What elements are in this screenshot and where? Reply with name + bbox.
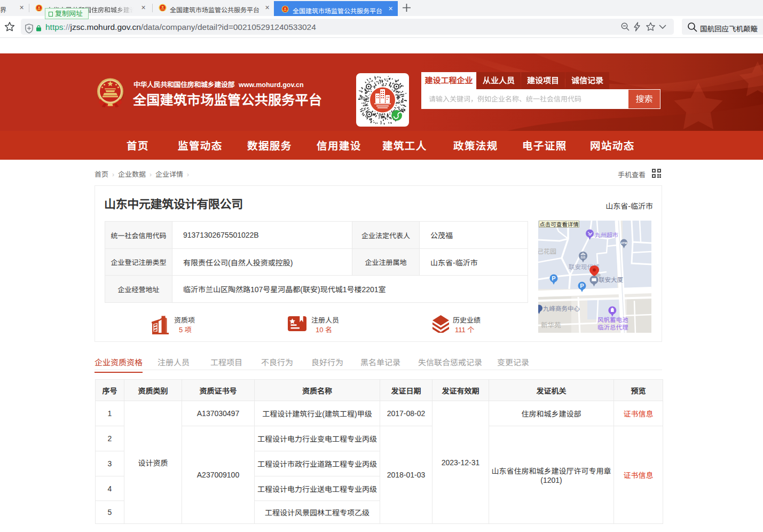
- svg-text:新华苑: 新华苑: [541, 322, 561, 329]
- svg-text:九峰商务中心: 九峰商务中心: [543, 306, 580, 312]
- svg-text:P: P: [552, 275, 555, 281]
- svg-text:己花园: 己花园: [538, 248, 556, 255]
- svg-text:风帆蓄电池: 风帆蓄电池: [597, 317, 628, 323]
- svg-text:P: P: [580, 283, 584, 289]
- svg-text:ATM: ATM: [621, 241, 627, 245]
- svg-text:九州超市: 九州超市: [595, 232, 618, 238]
- svg-text:联安大厦: 联安大厦: [599, 277, 623, 283]
- svg-text:临沂总代理: 临沂总代理: [597, 324, 628, 331]
